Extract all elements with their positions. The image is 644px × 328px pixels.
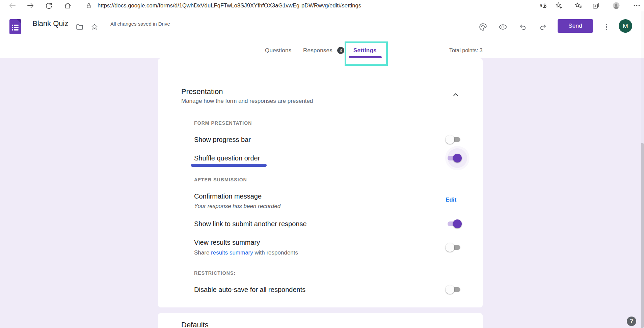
show-progress-bar-label: Show progress bar	[194, 136, 251, 144]
scrollbar-thumb[interactable]	[641, 143, 644, 328]
browser-refresh-icon[interactable]	[45, 1, 53, 10]
section-divider	[181, 71, 472, 71]
browser-home-icon[interactable]	[63, 1, 72, 10]
page-scrollbar[interactable]	[641, 11, 644, 328]
url-lock-icon[interactable]	[85, 2, 92, 9]
redo-icon[interactable]	[539, 23, 547, 31]
share-text: Share	[194, 249, 211, 256]
presentation-section-subtitle: Manage how the form and responses are pr…	[181, 98, 313, 105]
toggle-knob	[446, 243, 454, 252]
forms-tab-bar: Questions Responses 3 Settings Total poi…	[0, 35, 644, 58]
send-button[interactable]: Send	[558, 19, 593, 33]
confirmation-message-label: Confirmation message	[194, 192, 262, 200]
after-submission-caption: AFTER SUBMISSION	[194, 177, 247, 182]
forms-header: Blank Quiz All changes saved in Drive Se…	[0, 11, 644, 35]
disable-autosave-toggle[interactable]	[446, 285, 462, 294]
google-forms-logo[interactable]	[9, 19, 21, 34]
toggle-knob	[453, 154, 462, 162]
view-results-summary-subtitle: Share results summary with respondents	[194, 249, 298, 256]
browser-profile-icon[interactable]	[612, 1, 620, 10]
account-avatar[interactable]: M	[619, 19, 632, 33]
responses-count-badge: 3	[337, 47, 344, 54]
tab-responses[interactable]: Responses	[303, 47, 332, 54]
favorites-bar-icon[interactable]	[574, 1, 583, 10]
active-tab-indicator	[349, 56, 382, 58]
respondents-text: with respondents	[253, 249, 298, 256]
view-results-summary-label: View results summary	[194, 239, 260, 246]
translate-icon[interactable]: a	[539, 1, 547, 10]
toggle-knob	[446, 285, 454, 294]
show-progress-bar-toggle[interactable]	[446, 135, 462, 144]
preview-eye-icon[interactable]	[499, 23, 507, 31]
undo-icon[interactable]	[518, 23, 527, 31]
shuffle-question-order-label: Shuffle question order	[194, 154, 260, 162]
move-folder-icon[interactable]	[76, 23, 84, 31]
toggle-knob	[453, 219, 462, 228]
toggle-knob	[446, 135, 454, 144]
browser-back-icon[interactable]	[8, 1, 17, 10]
add-favorite-icon[interactable]	[555, 1, 563, 10]
help-button[interactable]: ?	[627, 317, 636, 326]
svg-text:a: a	[540, 3, 542, 8]
google-forms-settings-page: { "browser": { "url": "https://docs.goog…	[0, 0, 644, 328]
confirmation-message-value: Your response has been recorded	[194, 203, 280, 210]
collections-icon[interactable]	[592, 1, 600, 10]
document-title[interactable]: Blank Quiz	[32, 11, 68, 35]
defaults-section-title: Defaults	[181, 321, 209, 328]
disable-autosave-label: Disable auto-save for all respondents	[194, 286, 305, 294]
collapse-section-icon[interactable]	[452, 91, 459, 98]
total-points: Total points: 3	[449, 48, 483, 54]
customize-theme-icon[interactable]	[479, 23, 487, 31]
url-bar[interactable]: https://docs.google.com/forms/d/1QwhDxVd…	[98, 0, 361, 11]
settings-content: Presentation Manage how the form and res…	[0, 58, 644, 328]
restrictions-caption: RESTRICTIONS:	[194, 270, 236, 276]
more-options-icon[interactable]	[602, 23, 611, 31]
show-link-toggle[interactable]	[446, 219, 462, 228]
browser-menu-icon[interactable]	[633, 1, 641, 10]
shuffle-question-order-toggle[interactable]	[446, 154, 462, 162]
show-link-label: Show link to submit another response	[194, 220, 307, 228]
view-results-summary-toggle[interactable]	[446, 243, 462, 252]
edit-confirmation-link[interactable]: Edit	[446, 197, 456, 203]
presentation-section-title: Presentation	[181, 87, 223, 96]
star-icon[interactable]	[90, 23, 99, 31]
tab-settings[interactable]: Settings	[353, 47, 377, 54]
browser-forward-icon[interactable]	[26, 1, 35, 10]
results-summary-link[interactable]: results summary	[211, 249, 253, 256]
presentation-card: Presentation Manage how the form and res…	[158, 58, 483, 307]
browser-toolbar: https://docs.google.com/forms/d/1QwhDxVd…	[0, 0, 644, 11]
tab-questions[interactable]: Questions	[265, 47, 291, 54]
save-status: All changes saved in Drive	[110, 11, 170, 35]
form-presentation-caption: FORM PRESENTATION	[194, 120, 252, 126]
defaults-card: Defaults	[158, 313, 483, 328]
